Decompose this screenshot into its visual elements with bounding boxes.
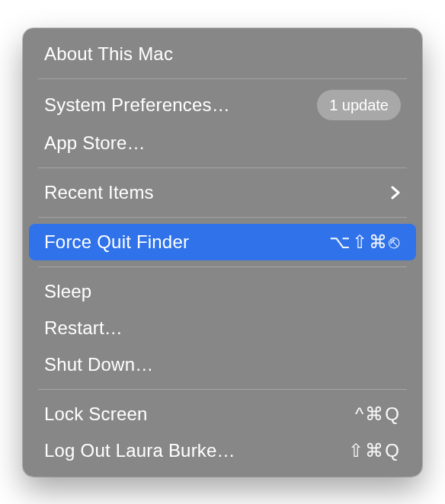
menu-shortcut: ⇧⌘Q: [348, 437, 401, 464]
menu-item-label: System Preferences…: [44, 91, 230, 119]
apple-menu: About This Mac System Preferences… 1 upd…: [23, 28, 422, 477]
menu-item-label: Force Quit Finder: [44, 228, 189, 256]
menu-divider: [38, 389, 407, 390]
menu-item-label: Shut Down…: [44, 351, 153, 378]
menu-item-label: Lock Screen: [44, 400, 148, 428]
menu-item-lock-screen[interactable]: Lock Screen ^⌘Q: [23, 396, 422, 432]
chevron-right-icon: [390, 185, 401, 200]
menu-item-label: Log Out Laura Burke…: [44, 437, 235, 464]
menu-item-restart[interactable]: Restart…: [23, 310, 422, 346]
menu-item-label: App Store…: [44, 129, 146, 157]
menu-shortcut: ⌥⇧⌘⎋: [329, 228, 401, 256]
menu-item-app-store[interactable]: App Store…: [23, 125, 422, 161]
menu-item-shut-down[interactable]: Shut Down…: [23, 346, 422, 383]
menu-item-about-this-mac[interactable]: About This Mac: [23, 36, 422, 72]
menu-item-sleep[interactable]: Sleep: [23, 273, 422, 310]
menu-item-recent-items[interactable]: Recent Items: [23, 174, 422, 211]
menu-divider: [38, 217, 407, 218]
menu-divider: [38, 78, 407, 79]
menu-item-label: Restart…: [44, 314, 123, 342]
menu-divider: [38, 266, 407, 267]
menu-item-force-quit[interactable]: Force Quit Finder ⌥⇧⌘⎋: [29, 224, 416, 260]
menu-item-log-out[interactable]: Log Out Laura Burke… ⇧⌘Q: [23, 432, 422, 469]
menu-item-label: About This Mac: [44, 40, 173, 68]
menu-shortcut: ^⌘Q: [355, 400, 401, 428]
menu-item-system-preferences[interactable]: System Preferences… 1 update: [23, 85, 422, 125]
menu-item-label: Sleep: [44, 278, 91, 305]
menu-divider: [38, 167, 407, 168]
update-badge: 1 update: [317, 90, 401, 120]
menu-item-label: Recent Items: [44, 179, 154, 206]
